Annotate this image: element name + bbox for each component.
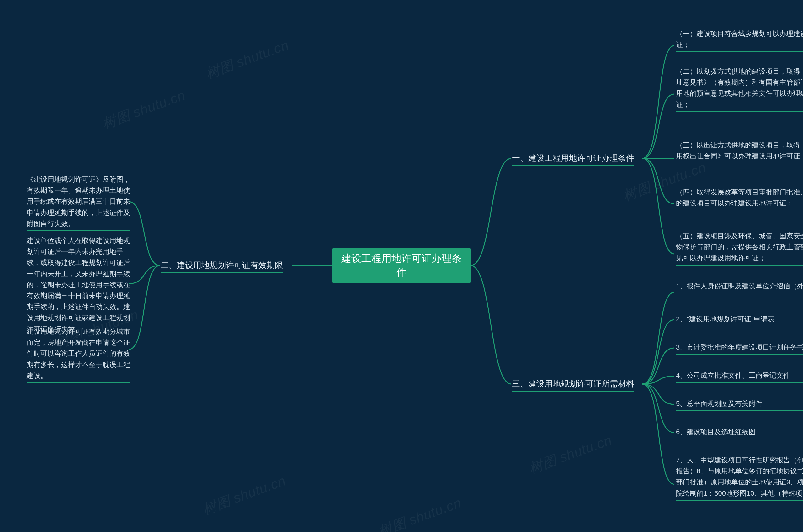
branch-1-leaf-3[interactable]: （三）以出让方式供地的建设项目，取得《国有土地使用权出让合同》可以办理建设用地许… (676, 139, 803, 163)
branch-2-leaf-2[interactable]: 建设单位或个人在取得建设用地规划许可证后一年内未办完用地手续，或取得建设工程规划… (27, 235, 130, 336)
branch-1-leaf-1[interactable]: （一）建设项目符合城乡规划可以办理建设用地许可证； (676, 28, 803, 52)
watermark: 树图 shutu.cn (203, 36, 292, 83)
leaf-text: 《建设用地规划许可证》及附图，有效期限一年。逾期未办理土地使用手续或在有效期届满… (27, 174, 130, 231)
branch-3-leaf-4[interactable]: 4、公司成立批准文件、工商登记文件 (676, 370, 803, 383)
branch-3-leaf-3[interactable]: 3、市计委批准的年度建设项目计划任务书 (676, 342, 803, 355)
branch-2-leaf-3[interactable]: 建设用地规划许可证有效期分城市而定，房地产开发商在申请这个证件时可以咨询工作人员… (27, 326, 130, 383)
leaf-text: 2、"建设用地规划许可证"申请表 (676, 314, 803, 326)
branch-3-label: 三、建设用地规划许可证所需材料 (512, 378, 634, 392)
branch-3-leaf-2[interactable]: 2、"建设用地规划许可证"申请表 (676, 314, 803, 326)
leaf-text: 3、市计委批准的年度建设项目计划任务书 (676, 342, 803, 355)
leaf-text: 建设用地规划许可证有效期分城市而定，房地产开发商在申请这个证件时可以咨询工作人员… (27, 326, 130, 383)
branch-2[interactable]: 二、建设用地规划许可证有效期限 (161, 260, 283, 273)
branch-3-leaf-5[interactable]: 5、总平面规划图及有关附件 (676, 398, 803, 411)
leaf-text: 6、建设项目及选址红线图 (676, 426, 803, 439)
watermark: 树图 shutu.cn (376, 493, 464, 532)
branch-2-label: 二、建设用地规划许可证有效期限 (161, 260, 283, 273)
root-node[interactable]: 建设工程用地许可证办理条件 (333, 248, 470, 283)
branch-2-leaf-1b[interactable]: 《建设用地规划许可证》及附图，有效期限一年。逾期未办理土地使用手续或在有效期届满… (27, 174, 130, 231)
watermark: 树图 shutu.cn (526, 431, 615, 478)
leaf-text: （二）以划拨方式供地的建设项目，取得《建设项目选址意见书》（有效期内）和有国有主… (676, 66, 803, 112)
branch-3-leaf-1[interactable]: 1、报件人身份证明及建设单位介绍信（外商委托书） (676, 281, 803, 293)
branch-3[interactable]: 三、建设用地规划许可证所需材料 (512, 378, 634, 392)
branch-1-label: 一、建设工程用地许可证办理条件 (512, 152, 634, 166)
leaf-text: （五）建设项目涉及环保、城管、国家安全、消防、文物保护等部门的，需提供各相关行政… (676, 230, 803, 266)
root-title: 建设工程用地许可证办理条件 (339, 251, 464, 280)
leaf-text: 7、大、中型建设项目可行性研究报告（包括环境评估报告）8、与原用地单位签订的征地… (676, 455, 803, 501)
leaf-text: 建设单位或个人在取得建设用地规划许可证后一年内未办完用地手续，或取得建设工程规划… (27, 235, 130, 336)
branch-1-leaf-5[interactable]: （五）建设项目涉及环保、城管、国家安全、消防、文物保护等部门的，需提供各相关行政… (676, 230, 803, 266)
leaf-text: 1、报件人身份证明及建设单位介绍信（外商委托书） (676, 281, 803, 293)
branch-3-leaf-6[interactable]: 6、建设项目及选址红线图 (676, 426, 803, 439)
leaf-text: （一）建设项目符合城乡规划可以办理建设用地许可证； (676, 28, 803, 52)
branch-1[interactable]: 一、建设工程用地许可证办理条件 (512, 152, 634, 166)
branch-3-leaf-7[interactable]: 7、大、中型建设项目可行性研究报告（包括环境评估报告）8、与原用地单位签订的征地… (676, 455, 803, 501)
leaf-text: 4、公司成立批准文件、工商登记文件 (676, 370, 803, 383)
leaf-text: （四）取得发展改革等项目审批部门批准、核准、备案的建设项目可以办理建设用地许可证… (676, 187, 803, 210)
branch-1-leaf-4[interactable]: （四）取得发展改革等项目审批部门批准、核准、备案的建设项目可以办理建设用地许可证… (676, 187, 803, 210)
watermark: 树图 shutu.cn (100, 86, 188, 133)
leaf-text: 5、总平面规划图及有关附件 (676, 398, 803, 411)
leaf-text: （三）以出让方式供地的建设项目，取得《国有土地使用权出让合同》可以办理建设用地许… (676, 139, 803, 163)
branch-1-leaf-2[interactable]: （二）以划拨方式供地的建设项目，取得《建设项目选址意见书》（有效期内）和有国有主… (676, 66, 803, 112)
watermark: 树图 shutu.cn (200, 472, 288, 518)
